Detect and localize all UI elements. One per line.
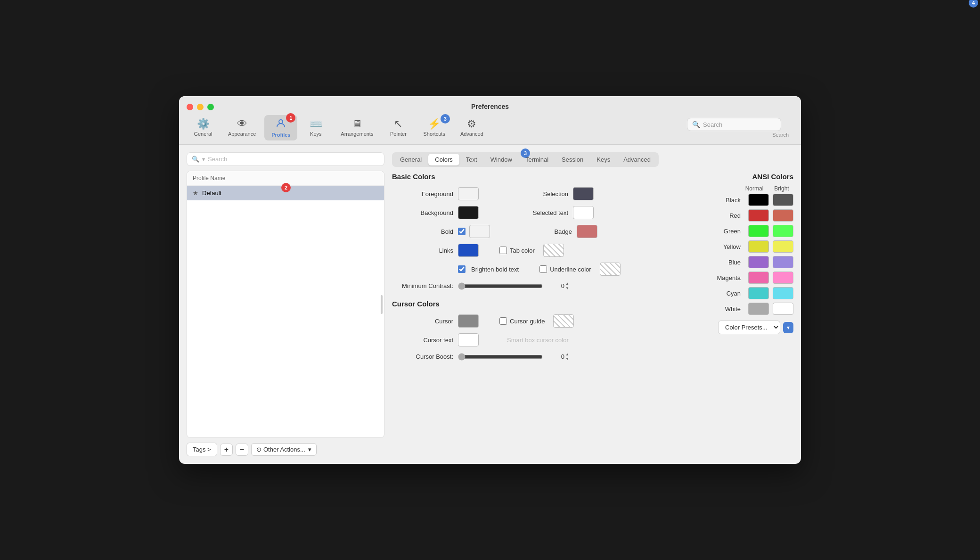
tab-text[interactable]: Text <box>459 154 484 165</box>
toolbar-search-box[interactable]: 🔍 <box>687 118 781 131</box>
tab-color-swatch[interactable] <box>543 244 564 257</box>
ansi-row-magenta: Magenta <box>662 272 793 284</box>
ansi-black-normal[interactable] <box>748 194 769 206</box>
ansi-green-normal[interactable] <box>748 225 769 237</box>
close-button[interactable] <box>187 104 193 110</box>
background-label: Background <box>392 209 453 216</box>
tab-session[interactable]: Session <box>555 154 590 165</box>
tab-advanced[interactable]: Advanced <box>617 154 657 165</box>
ansi-red-normal[interactable] <box>748 209 769 222</box>
ansi-white-bright[interactable] <box>773 303 793 315</box>
ansi-yellow-normal[interactable] <box>748 240 769 253</box>
toolbar-item-profiles[interactable]: 1 Profiles <box>264 115 297 140</box>
cursor-text-row: Cursor text Smart box cursor color <box>392 333 652 346</box>
bold-row: Bold Badge <box>392 225 652 238</box>
badge-label: Badge <box>511 228 572 235</box>
ansi-white-normal[interactable] <box>748 303 769 315</box>
normal-header: Normal <box>743 185 766 192</box>
minimum-contrast-spinner[interactable]: ▲ ▼ <box>565 281 569 290</box>
ansi-red-bright[interactable] <box>773 209 793 222</box>
tags-button[interactable]: Tags > <box>187 443 217 456</box>
underline-color-swatch[interactable] <box>600 263 621 276</box>
brighten-bold-checkbox[interactable] <box>458 265 466 273</box>
tab-colors[interactable]: Colors <box>428 154 459 165</box>
cursor-boost-slider[interactable] <box>458 353 543 361</box>
toolbar-item-general[interactable]: ⚙️ General <box>187 116 220 140</box>
bold-checkbox[interactable] <box>458 228 466 235</box>
add-profile-button[interactable]: + <box>220 444 233 456</box>
minimum-contrast-value: 0 <box>546 282 564 289</box>
cursor-swatch[interactable] <box>458 314 479 328</box>
cursor-boost-down[interactable]: ▼ <box>565 357 569 362</box>
other-actions-label: ⊙ Other Actions... <box>256 446 305 453</box>
toolbar-item-arrangements[interactable]: 🖥 Arrangements <box>334 116 380 140</box>
minimize-button[interactable] <box>197 104 204 110</box>
content: 🔍 ▾ Profile Name ★ Default 2 Tags > + − … <box>179 145 801 464</box>
tab-keys[interactable]: Keys <box>590 154 617 165</box>
toolbar-item-appearance[interactable]: 👁 Appearance <box>221 116 262 140</box>
brighten-bold-group: Brighten bold text <box>458 265 519 273</box>
cursor-boost-spinner[interactable]: ▲ ▼ <box>565 352 569 361</box>
cursor-guide-swatch[interactable] <box>553 314 574 328</box>
remove-profile-button[interactable]: − <box>236 444 248 456</box>
minimum-contrast-slider[interactable] <box>458 282 543 290</box>
ansi-green-label: Green <box>708 228 741 235</box>
tab-color-checkbox[interactable] <box>499 247 507 254</box>
ansi-blue-label: Blue <box>708 259 741 266</box>
ansi-magenta-normal[interactable] <box>748 272 769 284</box>
toolbar-item-keys[interactable]: ⌨️ Keys <box>299 116 332 140</box>
tab-color-label: Tab color <box>510 247 535 254</box>
ansi-magenta-bright[interactable] <box>773 272 793 284</box>
selected-text-swatch[interactable] <box>573 206 594 219</box>
tab-general[interactable]: General <box>393 154 428 165</box>
other-actions-dropdown[interactable]: ⊙ Other Actions... ▾ <box>251 443 317 456</box>
ansi-cyan-normal[interactable] <box>748 287 769 299</box>
toolbar-item-label: Advanced <box>460 131 483 137</box>
sidebar-filter-icon[interactable]: ▾ <box>202 156 205 163</box>
profile-item-default[interactable]: ★ Default 2 <box>187 186 384 200</box>
sidebar-search-input[interactable] <box>208 156 379 163</box>
background-swatch[interactable] <box>458 206 479 219</box>
ansi-blue-normal[interactable] <box>748 256 769 268</box>
badge-swatch[interactable] <box>577 225 597 238</box>
toolbar-item-shortcuts[interactable]: 3 ⚡ Shortcuts <box>416 116 451 140</box>
advanced-gear-icon: ⚙ <box>467 119 476 129</box>
cursor-boost-up[interactable]: ▲ <box>565 352 569 357</box>
ansi-black-bright[interactable] <box>773 194 793 206</box>
maximize-button[interactable] <box>207 104 214 110</box>
selection-swatch[interactable] <box>573 187 594 200</box>
profile-name: Default <box>202 189 221 197</box>
min-contrast-down[interactable]: ▼ <box>565 286 569 291</box>
links-swatch[interactable] <box>458 244 479 257</box>
toolbar-search-input[interactable] <box>703 121 774 128</box>
sidebar-search-box[interactable]: 🔍 ▾ <box>187 152 384 166</box>
eye-icon: 👁 <box>237 119 247 129</box>
bright-header: Bright <box>770 185 793 192</box>
shortcuts-badge: 3 <box>441 114 450 124</box>
selected-text-label: Selected text <box>507 209 568 216</box>
brighten-bold-text: Brighten bold text <box>471 266 519 273</box>
ansi-blue-bright[interactable] <box>773 256 793 268</box>
sidebar-footer: Tags > + − ⊙ Other Actions... ▾ <box>187 443 384 456</box>
ansi-title: ANSI Colors <box>662 173 793 181</box>
ansi-column-headers: Normal Bright <box>662 185 793 192</box>
cursor-text-swatch[interactable] <box>458 333 479 346</box>
ansi-magenta-label: Magenta <box>708 274 741 281</box>
tab-window[interactable]: Window <box>484 154 519 165</box>
toolbar-item-pointer[interactable]: ↖ Pointer <box>382 116 415 140</box>
ansi-row-black: Black <box>662 194 793 206</box>
ansi-cyan-bright[interactable] <box>773 287 793 299</box>
min-contrast-up[interactable]: ▲ <box>565 281 569 286</box>
color-presets-dropdown-btn[interactable]: ▾ <box>783 322 793 333</box>
toolbar-item-advanced[interactable]: ⚙ Advanced <box>454 116 490 140</box>
ansi-yellow-bright[interactable] <box>773 240 793 253</box>
bold-swatch[interactable] <box>469 225 490 238</box>
color-presets-select[interactable]: Color Presets... <box>718 321 780 334</box>
ansi-row-green: Green <box>662 225 793 237</box>
ansi-green-bright[interactable] <box>773 225 793 237</box>
window-controls <box>187 104 214 110</box>
color-presets-row: 4 Color Presets... ▾ <box>662 321 793 334</box>
foreground-swatch[interactable] <box>458 187 479 200</box>
cursor-guide-checkbox[interactable] <box>499 317 507 325</box>
underline-color-checkbox[interactable] <box>539 265 547 273</box>
